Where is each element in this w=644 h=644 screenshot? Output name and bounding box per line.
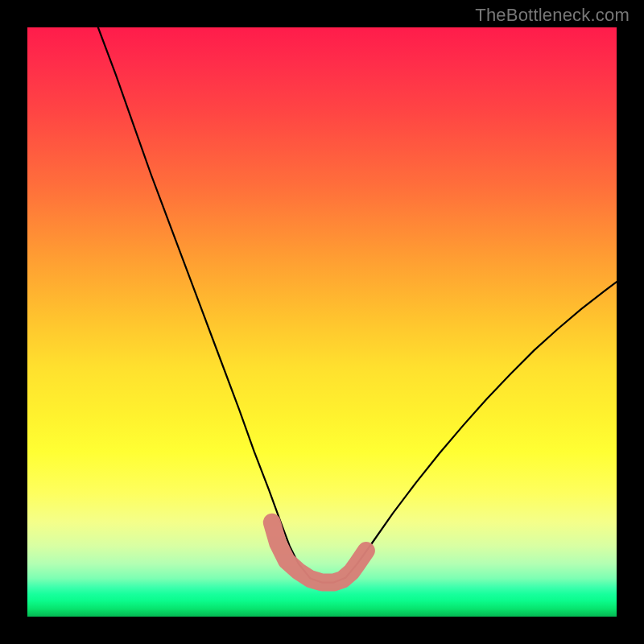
highlight-band <box>272 522 366 583</box>
chart-svg <box>27 27 617 617</box>
chart-frame: TheBottleneck.com <box>0 0 644 644</box>
watermark-text: TheBottleneck.com <box>475 5 630 26</box>
plot-area <box>27 27 617 617</box>
bottleneck-curve <box>98 27 617 583</box>
